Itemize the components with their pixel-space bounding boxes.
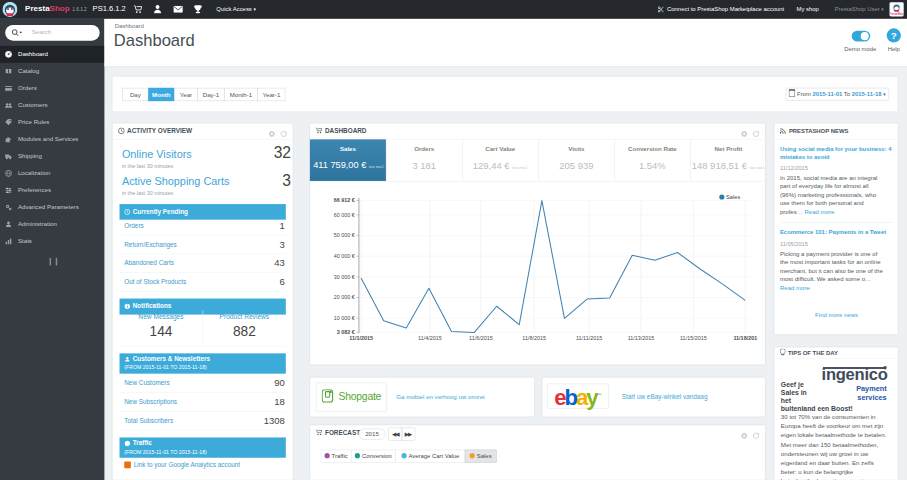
svg-text:10 000 €: 10 000 € xyxy=(334,315,355,321)
svg-text:40 000 €: 40 000 € xyxy=(334,253,355,259)
svg-text:11/13/2015: 11/13/2015 xyxy=(628,335,655,341)
svg-text:11/6/2015: 11/6/2015 xyxy=(469,335,493,341)
svg-text:Sales: Sales xyxy=(726,194,740,200)
svg-text:11/1/2015: 11/1/2015 xyxy=(349,335,373,341)
svg-text:11/15/2015: 11/15/2015 xyxy=(680,335,707,341)
svg-text:11/8/2015: 11/8/2015 xyxy=(522,335,546,341)
svg-text:11/4/2015: 11/4/2015 xyxy=(418,335,442,341)
svg-text:50 000 €: 50 000 € xyxy=(334,232,355,238)
svg-text:PrestaShop: PrestaShop xyxy=(890,12,904,16)
svg-text:66 912 €: 66 912 € xyxy=(334,197,355,203)
svg-text:20 000 €: 20 000 € xyxy=(334,294,355,300)
svg-text:30 000 €: 30 000 € xyxy=(334,274,355,280)
svg-text:11/18/201: 11/18/201 xyxy=(733,335,757,341)
svg-text:60 000 €: 60 000 € xyxy=(334,212,355,218)
svg-text:11/11/2015: 11/11/2015 xyxy=(576,335,602,341)
